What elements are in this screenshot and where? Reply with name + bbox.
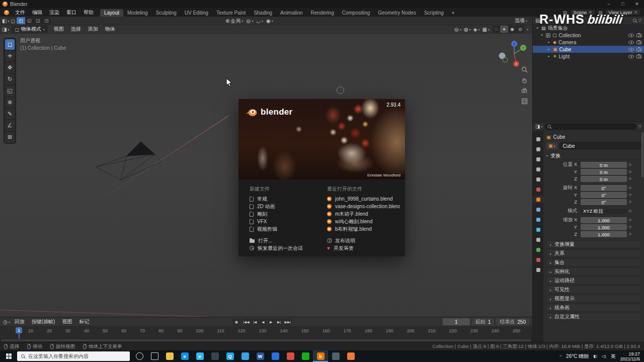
properties-tab[interactable]: [533, 256, 543, 263]
recent-file-item[interactable]: w鸡心雕刻.blend: [327, 218, 400, 225]
viewport-menu-item[interactable]: 添加: [85, 26, 102, 33]
menu-item[interactable]: 窗口: [63, 9, 80, 16]
properties-tab[interactable]: [533, 266, 543, 274]
object-id-dropdown[interactable]: ▣▾: [546, 142, 557, 149]
taskbar-app-icon[interactable]: e: [177, 350, 192, 362]
timeline-editor-type-button[interactable]: ◷▾: [3, 319, 10, 325]
field-value[interactable]: 0 m: [581, 176, 627, 182]
visibility-eye-icon[interactable]: [628, 55, 634, 58]
section-row[interactable]: ▸ 变换增量: [546, 240, 641, 248]
recent-file-item[interactable]: vase-designs-collection.blend: [327, 203, 400, 210]
taskbar-app-icon[interactable]: [162, 350, 177, 362]
disclosure-icon[interactable]: ▸: [547, 47, 551, 51]
outliner-row[interactable]: ▸ ▾ ✓ ▢ Collection: [533, 32, 644, 39]
taskbar-app-icon[interactable]: b: [313, 350, 328, 362]
taskbar-app-icon[interactable]: Q: [222, 350, 237, 362]
workspace-tab[interactable]: Modeling: [123, 9, 152, 17]
playback-button[interactable]: ▶▶|: [284, 319, 292, 326]
section-row[interactable]: ▸ 集合: [546, 258, 641, 266]
outliner-row[interactable]: ▸ ▾ ✓ ✳ Light: [533, 53, 644, 60]
visibility-eye-icon[interactable]: [628, 48, 634, 51]
new-file-item[interactable]: 雕刻: [250, 210, 315, 218]
blender-menu-icon[interactable]: [4, 10, 9, 15]
viewport-menu-item[interactable]: 选择: [67, 26, 85, 33]
properties-filter-icon[interactable]: ▽: [638, 124, 641, 129]
workspace-tab[interactable]: Layout: [100, 9, 123, 17]
select-mode-button[interactable]: ◲: [34, 17, 42, 24]
playback-button[interactable]: ▶: [268, 319, 275, 326]
frame-end-field[interactable]: 结束点250: [496, 318, 529, 325]
playback-button[interactable]: ◀: [260, 319, 267, 326]
viewport-menu-item[interactable]: 视图: [50, 26, 67, 33]
field-value[interactable]: 1.000: [581, 231, 627, 237]
properties-tab[interactable]: [533, 236, 543, 243]
animate-decorator[interactable]: [627, 226, 633, 228]
new-file-item[interactable]: 常规: [250, 195, 315, 203]
outliner-search-icon[interactable]: [633, 19, 636, 22]
menu-item[interactable]: 编辑: [29, 9, 46, 16]
editor-type-button[interactable]: ◧▾: [2, 18, 9, 24]
new-file-item[interactable]: 2D 动画: [250, 203, 315, 210]
taskbar-app-icon[interactable]: [283, 350, 298, 362]
menu-item[interactable]: 文件: [12, 9, 29, 16]
taskbar-app-icon[interactable]: [207, 350, 222, 362]
taskbar-app-icon[interactable]: [268, 350, 283, 362]
disclosure-icon[interactable]: ▸: [547, 54, 551, 58]
viewport-toggle-icon[interactable]: ◎▾: [454, 27, 461, 32]
animate-decorator[interactable]: [627, 177, 633, 180]
outliner-row[interactable]: ▸ ▾ ✓ ◆ Camera: [533, 39, 644, 46]
taskbar-app-icon[interactable]: [328, 350, 343, 362]
shading-mode-button[interactable]: ◉: [508, 26, 516, 33]
minimize-button[interactable]: –: [602, 0, 616, 8]
playback-button[interactable]: |◀: [252, 319, 259, 326]
field-value[interactable]: 1.000: [581, 224, 627, 230]
shading-mode-button[interactable]: ◌: [492, 26, 500, 33]
workspace-tab[interactable]: Scripting: [420, 9, 448, 17]
open-file-item[interactable]: 打开...: [250, 237, 315, 244]
section-row[interactable]: ▸ 运动路径: [546, 277, 641, 285]
playback-button[interactable]: |◀◀: [242, 319, 251, 326]
recover-session-item[interactable]: 恢复最近的一次会话: [250, 244, 315, 252]
disclosure-icon[interactable]: ▾: [535, 26, 539, 30]
frame-start-field[interactable]: 起始1: [472, 318, 495, 325]
viewport-toggle-icon[interactable]: ▦▾: [482, 27, 490, 32]
select-mode-button[interactable]: ◰: [17, 17, 25, 24]
field-value[interactable]: 0 m: [581, 169, 627, 175]
new-file-item[interactable]: VFX: [250, 218, 315, 225]
clock-widget[interactable]: 19:27 2021/11/6: [620, 351, 640, 361]
outliner-row[interactable]: ▸ ▾ ✓ ▣ Cube: [533, 46, 644, 53]
properties-scrollbar[interactable]: [641, 132, 643, 177]
playback-button[interactable]: ▶|: [276, 319, 283, 326]
properties-tab[interactable]: [533, 135, 543, 143]
section-row[interactable]: ▸ 自定义属性: [546, 313, 641, 321]
new-file-item[interactable]: 视频剪辑: [250, 225, 315, 233]
tool-button[interactable]: ✥: [5, 62, 15, 73]
tool-button[interactable]: ✎: [5, 109, 15, 119]
options-dropdown[interactable]: 选项▾: [515, 17, 530, 24]
current-frame-field[interactable]: 1: [443, 318, 470, 325]
viewport-3d[interactable]: 用户透视 (1) Collection | Cube ◻✛✥↻◱⊕✎∠⊞ Z Y…: [0, 34, 532, 317]
select-mode-button[interactable]: ◳: [42, 17, 51, 24]
workspace-tab[interactable]: Geometry Nodes: [374, 9, 420, 17]
mode-selector[interactable]: ◻ 物体模式 ▾: [12, 26, 47, 33]
active-tool-icon[interactable]: ◻: [11, 18, 15, 24]
field-value[interactable]: XYZ 欧拉: [581, 208, 627, 214]
timeline-menu-item[interactable]: 按键(插帧): [28, 318, 59, 325]
taskbar-app-icon[interactable]: W: [253, 350, 268, 362]
timeline-menu-item[interactable]: 视图: [58, 318, 75, 325]
empty-object[interactable]: [337, 86, 344, 94]
taskbar-app-icon[interactable]: [343, 350, 358, 362]
timeline-menu-item[interactable]: 标记: [75, 318, 93, 325]
properties-tab[interactable]: [533, 155, 543, 163]
properties-tab[interactable]: [533, 186, 543, 193]
viewport-toggle-icon[interactable]: ◈▾: [473, 27, 480, 32]
recent-file-item[interactable]: john_9998_curtains.blend: [327, 195, 400, 203]
tool-button[interactable]: ↻: [5, 74, 15, 84]
section-row[interactable]: ▸ 实例化: [546, 267, 641, 276]
properties-editor-type-button[interactable]: ◨▾: [535, 124, 542, 129]
workspace-tab[interactable]: UV Editing: [181, 9, 212, 17]
animate-decorator[interactable]: [627, 233, 633, 235]
tool-button[interactable]: ✛: [5, 51, 15, 61]
snap-magnet-toggle[interactable]: ◡▾: [256, 18, 263, 24]
visibility-eye-icon[interactable]: [628, 41, 634, 44]
